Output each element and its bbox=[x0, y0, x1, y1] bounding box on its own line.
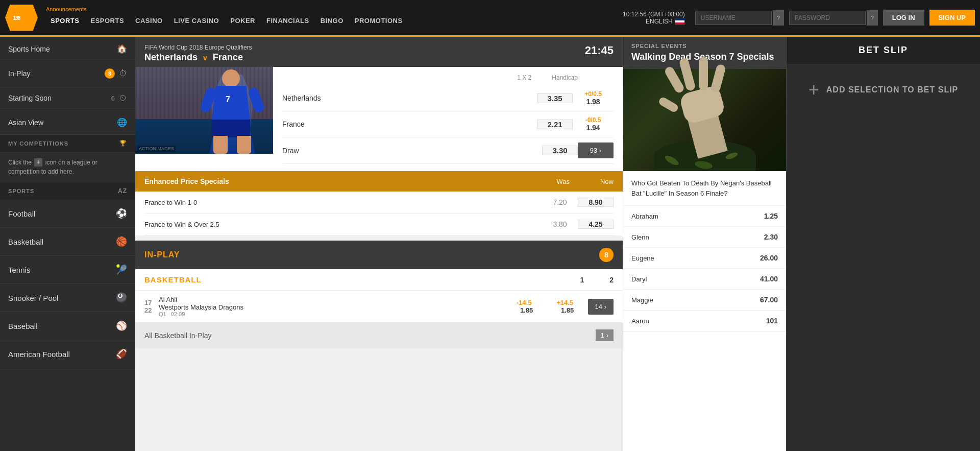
inplay-badge: 8 bbox=[599, 248, 614, 262]
featured-match: FIFA World Cup 2018 Europe Qualifiers Ne… bbox=[135, 37, 623, 235]
sidebar-item-in-play[interactable]: In-Play 8 ⏱ bbox=[0, 61, 135, 86]
current-time: 10:12:56 (GMT+03:00) bbox=[623, 11, 685, 18]
special-odds-row-3[interactable]: Daryl 41.00 bbox=[623, 269, 786, 290]
netherlands-handicap: +0/0.5 1.98 bbox=[573, 90, 614, 106]
my-competitions-section: MY COMPETITIONS 🏆 bbox=[0, 135, 135, 152]
flag-icon bbox=[675, 18, 685, 25]
add-icon: + bbox=[808, 79, 819, 101]
sidebar: Sports Home 🏠 In-Play 8 ⏱ Starting Soon … bbox=[0, 37, 135, 451]
sidebar-item-asian-view[interactable]: Asian View 🌐 bbox=[0, 110, 135, 135]
nav-casino[interactable]: CASINO bbox=[135, 17, 163, 25]
starting-soon-count: 6 bbox=[111, 94, 115, 102]
password-help-button[interactable]: ? bbox=[867, 10, 878, 26]
odds-row-draw: Draw 3.30 93 › bbox=[282, 137, 614, 164]
france-odds-button[interactable]: 2.21 bbox=[537, 120, 573, 129]
score-columns: 1 2 bbox=[580, 276, 614, 284]
login-button[interactable]: LOG IN bbox=[883, 10, 924, 26]
match-odds: 1 X 2 Handicap Netherlands 3.35 +0/0.5 1… bbox=[273, 67, 623, 171]
enhanced-price-header: Enhanced Price Specials Was Now bbox=[135, 171, 623, 192]
special-events-panel: SPECIAL EVENTS Walking Dead Season 7 Spe… bbox=[623, 37, 786, 451]
username-help-button[interactable]: ? bbox=[773, 10, 784, 26]
timer-icon: ⏲ bbox=[119, 93, 127, 103]
trophy-icon: 🏆 bbox=[119, 140, 127, 147]
time-language-display: 10:12:56 (GMT+03:00) ENGLISH bbox=[623, 11, 685, 25]
game-handicap-neg: -14.5 1.85 bbox=[506, 299, 547, 314]
special-events-image bbox=[623, 69, 786, 171]
add-icon: + bbox=[34, 158, 42, 167]
username-input[interactable] bbox=[695, 11, 772, 25]
az-icon: AZ bbox=[118, 187, 127, 195]
special-events-question: Who Got Beaten To Death By Negan's Baseb… bbox=[623, 171, 786, 206]
player-silhouette: 7 bbox=[199, 69, 265, 154]
signup-button[interactable]: SIGN UP bbox=[929, 10, 975, 26]
clock-icon: ⏱ bbox=[119, 69, 127, 78]
snooker-icon: 🎱 bbox=[116, 292, 127, 303]
odds-row-netherlands: Netherlands 3.35 +0/0.5 1.98 bbox=[282, 85, 614, 111]
special-events-odds: Abraham 1.25 Glenn 2.30 Eugene 26.00 Dar… bbox=[623, 206, 786, 331]
password-input[interactable] bbox=[789, 11, 866, 25]
special-odds-row-0[interactable]: Abraham 1.25 bbox=[623, 206, 786, 227]
enhanced-now-0[interactable]: 8.90 bbox=[578, 198, 614, 207]
match-competition: FIFA World Cup 2018 Europe Qualifiers bbox=[144, 44, 252, 51]
draw-odds-button[interactable]: 3.30 bbox=[542, 146, 578, 155]
france-handicap: -0/0.5 1.94 bbox=[573, 116, 614, 132]
my-competitions-hint: Click the + icon on a league or competit… bbox=[0, 152, 135, 182]
enhanced-cols: Was Now bbox=[556, 178, 614, 185]
top-navigation: 188BET Announcements SPORTS ESPORTS CASI… bbox=[0, 0, 980, 37]
enhanced-now-1[interactable]: 4.25 bbox=[578, 220, 614, 229]
nav-bingo[interactable]: BINGO bbox=[321, 17, 344, 25]
basketball-section-header: BASKETBALL 1 2 bbox=[135, 269, 623, 290]
main-content: FIFA World Cup 2018 Europe Qualifiers Ne… bbox=[135, 37, 623, 451]
nav-financials[interactable]: FINANCIALS bbox=[266, 17, 309, 25]
announcements-link[interactable]: Announcements bbox=[46, 6, 87, 12]
special-odds-row-1[interactable]: Glenn 2.30 bbox=[623, 227, 786, 248]
nav-sports[interactable]: SPORTS bbox=[51, 17, 79, 25]
enhanced-row-0: France to Win 1-0 7.20 8.90 bbox=[144, 192, 614, 213]
logo[interactable]: 188BET bbox=[5, 5, 38, 31]
game-handicap-pos: +14.5 1.85 bbox=[547, 299, 588, 314]
inplay-section: IN-PLAY 8 bbox=[135, 241, 623, 269]
sports-section: SPORTS AZ bbox=[0, 182, 135, 200]
odds-row-france: France 2.21 -0/0.5 1.94 bbox=[282, 111, 614, 137]
football-icon: ⚽ bbox=[116, 208, 127, 219]
sidebar-item-baseball[interactable]: Baseball ⚾ bbox=[0, 312, 135, 340]
nav-poker[interactable]: POKER bbox=[230, 17, 255, 25]
game-row-0: 17 22 Al Ahli Westports Malaysia Dragons… bbox=[135, 290, 623, 322]
team2-name: France bbox=[213, 52, 243, 62]
enhanced-rows: France to Win 1-0 7.20 8.90 France to Wi… bbox=[135, 192, 623, 235]
globe-icon: 🌐 bbox=[117, 117, 127, 127]
nav-live-casino[interactable]: LIVE CASINO bbox=[174, 17, 219, 25]
sidebar-item-american-football[interactable]: American Football 🏈 bbox=[0, 340, 135, 368]
logo-text: 188BET bbox=[13, 15, 30, 21]
match-teams: Netherlands v France bbox=[144, 52, 252, 63]
in-play-badge: 8 bbox=[105, 68, 115, 79]
match-image: 7 ACTIONIMAGES bbox=[135, 67, 273, 154]
inplay-header: IN-PLAY 8 bbox=[135, 241, 623, 269]
special-odds-row-2[interactable]: Eugene 26.00 bbox=[623, 248, 786, 269]
sidebar-item-sports-home[interactable]: Sports Home 🏠 bbox=[0, 37, 135, 61]
nav-promotions[interactable]: PROMOTIONS bbox=[355, 17, 403, 25]
game-more-button[interactable]: 14 › bbox=[588, 299, 614, 315]
username-group: ? bbox=[695, 10, 784, 26]
sidebar-item-basketball[interactable]: Basketball 🏀 bbox=[0, 228, 135, 256]
game-teams: Al Ahli Westports Malaysia Dragons Q1 02… bbox=[159, 296, 506, 317]
sidebar-item-starting-soon[interactable]: Starting Soon 6 ⏲ bbox=[0, 86, 135, 110]
nav-esports[interactable]: ESPORTS bbox=[90, 17, 124, 25]
sidebar-item-snooker[interactable]: Snooker / Pool 🎱 bbox=[0, 284, 135, 312]
special-odds-row-5[interactable]: Aaron 101 bbox=[623, 311, 786, 331]
enhanced-row-1: France to Win & Over 2.5 3.80 4.25 bbox=[144, 213, 614, 235]
special-odds-row-4[interactable]: Maggie 67.00 bbox=[623, 290, 786, 311]
more-markets-button[interactable]: 93 › bbox=[578, 143, 614, 158]
basketball-icon: 🏀 bbox=[116, 236, 127, 247]
vs-separator: v bbox=[203, 54, 207, 62]
sidebar-item-football[interactable]: Football ⚽ bbox=[0, 200, 135, 228]
american-football-icon: 🏈 bbox=[116, 348, 127, 360]
tennis-icon: 🎾 bbox=[116, 264, 127, 275]
add-selection-button[interactable]: + ADD SELECTION TO BET SLIP bbox=[787, 64, 980, 116]
language-label: ENGLISH bbox=[646, 18, 673, 25]
netherlands-odds-button[interactable]: 3.35 bbox=[537, 93, 573, 103]
password-group: ? bbox=[789, 10, 878, 26]
image-credit: ACTIONIMAGES bbox=[137, 146, 176, 152]
all-basketball-link[interactable]: All Basketball In-Play 1 › bbox=[135, 322, 623, 348]
sidebar-item-tennis[interactable]: Tennis 🎾 bbox=[0, 256, 135, 284]
